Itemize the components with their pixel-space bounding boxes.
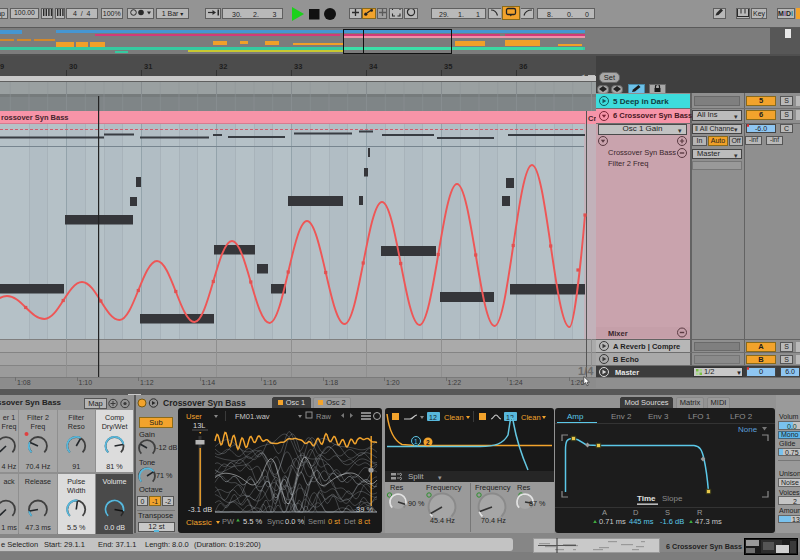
svg-text:8 ct: 8 ct (358, 517, 371, 526)
svg-text:Clean: Clean (521, 413, 541, 422)
svg-text:5.5 %: 5.5 % (243, 517, 263, 526)
svg-text:Time: Time (637, 494, 656, 503)
svg-text:FM01.wav: FM01.wav (235, 412, 270, 421)
svg-text:S: S (665, 508, 670, 517)
svg-text:LFO 2: LFO 2 (730, 412, 753, 421)
svg-text:12: 12 (429, 414, 437, 421)
svg-text:0 st: 0 st (328, 517, 341, 526)
svg-text:1: 1 (414, 438, 418, 445)
svg-text:0.0 %: 0.0 % (285, 517, 305, 526)
svg-text:A: A (602, 508, 607, 517)
svg-text:Clean: Clean (444, 413, 464, 422)
svg-text:Slope: Slope (662, 494, 683, 503)
svg-text:2: 2 (426, 439, 430, 446)
svg-text:-1.6 dB: -1.6 dB (660, 517, 684, 526)
svg-text:D: D (633, 508, 639, 517)
svg-text:Env 3: Env 3 (648, 412, 669, 421)
svg-text:47.3 ms: 47.3 ms (695, 517, 722, 526)
svg-text:Env 2: Env 2 (611, 412, 632, 421)
svg-text:Semi: Semi (308, 517, 325, 526)
svg-text:445 ms: 445 ms (629, 517, 654, 526)
svg-text:13L: 13L (193, 421, 206, 430)
svg-text:User: User (186, 412, 202, 421)
svg-text:Classic: Classic (186, 518, 212, 527)
svg-text:Raw: Raw (316, 412, 332, 421)
svg-text:Det: Det (344, 517, 357, 526)
svg-text:PW: PW (222, 517, 235, 526)
svg-text:-3.1 dB: -3.1 dB (188, 505, 212, 514)
svg-text:0.71 ms: 0.71 ms (599, 517, 626, 526)
svg-text:Amp: Amp (567, 412, 584, 421)
svg-text:None: None (738, 425, 758, 434)
svg-text:LFO 1: LFO 1 (688, 412, 711, 421)
svg-text:R: R (697, 508, 703, 517)
svg-text:Sync: Sync (267, 517, 284, 526)
